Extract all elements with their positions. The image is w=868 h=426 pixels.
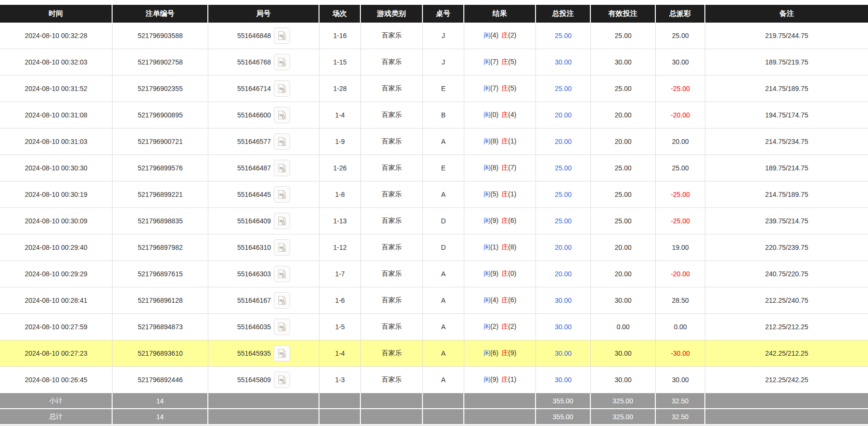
video-replay-button[interactable] <box>274 345 290 361</box>
total-bet-amount[interactable]: 30.00 <box>555 349 572 357</box>
total-bet-cell[interactable]: 30.00 <box>536 340 591 367</box>
total-bet-amount[interactable]: 30.00 <box>555 376 572 384</box>
footer-empty-cell <box>208 409 319 425</box>
total-bet-amount[interactable]: 25.00 <box>555 191 572 198</box>
video-replay-button[interactable] <box>274 319 290 335</box>
footer-payout-cell: 32.50 <box>656 409 705 425</box>
video-camera-icon <box>277 216 287 226</box>
bet-number-cell: 521796893610 <box>113 340 208 367</box>
banker-result-label: 庄 <box>501 137 508 145</box>
video-replay-button[interactable] <box>274 27 290 44</box>
remark-cell: 242.25/212.25 <box>705 340 868 367</box>
time-cell: 2024-08-10 00:29:29 <box>0 261 113 287</box>
video-replay-button[interactable] <box>274 372 290 388</box>
player-result-value: (1) <box>490 243 498 251</box>
banker-result-label: 庄 <box>501 296 508 304</box>
bet-number-cell: 521796902355 <box>113 76 208 102</box>
column-header-3: 局号 <box>208 5 319 23</box>
total-bet-amount[interactable]: 30.00 <box>555 323 572 331</box>
total-bet-cell[interactable]: 20.00 <box>536 129 591 155</box>
bet-number-cell: 521796897615 <box>113 261 208 287</box>
time-cell: 2024-08-10 00:28:41 <box>0 287 113 314</box>
footer-total-bet-cell: 355.00 <box>536 409 591 425</box>
video-camera-icon <box>277 57 287 67</box>
total-bet-amount[interactable]: 25.00 <box>555 164 572 172</box>
valid-bet-cell: 20.00 <box>591 234 656 261</box>
round-number: 551646487 <box>237 164 271 172</box>
total-bet-cell[interactable]: 30.00 <box>536 49 591 76</box>
video-replay-button[interactable] <box>274 107 290 123</box>
total-bet-cell[interactable]: 25.00 <box>536 23 591 49</box>
total-bet-amount[interactable]: 20.00 <box>555 270 572 278</box>
video-replay-button[interactable] <box>274 186 290 203</box>
total-bet-amount[interactable]: 25.00 <box>555 217 572 225</box>
table-row: 2024-08-10 00:26:45 521796892446 5516458… <box>0 367 868 393</box>
video-replay-button[interactable] <box>274 160 290 176</box>
round-number: 551646409 <box>237 217 271 225</box>
video-replay-button[interactable] <box>274 239 290 256</box>
video-replay-button[interactable] <box>274 266 290 282</box>
column-header-6: 桌号 <box>423 5 464 23</box>
column-header-2: 注单编号 <box>113 5 208 23</box>
total-bet-amount[interactable]: 20.00 <box>555 111 572 119</box>
video-replay-button[interactable] <box>274 80 290 97</box>
payout-cell: 25.00 <box>656 155 705 181</box>
bet-number-cell: 521796894873 <box>113 314 208 340</box>
banker-result-value: (8) <box>508 243 516 251</box>
game-type-cell: 百家乐 <box>361 208 423 234</box>
round-number: 551646768 <box>237 58 271 66</box>
total-bet-amount[interactable]: 30.00 <box>555 58 572 66</box>
round-number: 551645809 <box>237 376 271 384</box>
table-code-cell: J <box>423 23 464 49</box>
bet-number-cell: 521796900895 <box>113 102 208 129</box>
column-header-7: 结果 <box>464 5 536 23</box>
remark-cell: 214.75/189.75 <box>705 181 868 208</box>
table-code-cell: A <box>423 261 464 287</box>
total-bet-cell[interactable]: 30.00 <box>536 287 591 314</box>
total-bet-amount[interactable]: 20.00 <box>555 138 572 145</box>
player-result-value: (0) <box>490 111 498 118</box>
result-cell: 闲(2)庄(2) <box>464 314 536 340</box>
banker-result-value: (5) <box>508 58 516 65</box>
table-row: 2024-08-10 00:32:03 521796902758 5516467… <box>0 49 868 76</box>
player-result-label: 闲 <box>484 270 490 277</box>
column-header-9: 有效投注 <box>591 5 656 23</box>
table-row: 2024-08-10 00:30:09 521796898835 5516464… <box>0 208 868 234</box>
remark-cell: 219.75/244.75 <box>705 23 868 49</box>
player-result-value: (9) <box>490 375 498 383</box>
bet-number-cell: 521796899221 <box>113 181 208 208</box>
footer-empty-cell <box>705 409 868 425</box>
total-bet-cell[interactable]: 25.00 <box>536 76 591 102</box>
round-number-cell: 551646768 <box>208 49 319 76</box>
video-replay-button[interactable] <box>274 213 290 229</box>
time-cell: 2024-08-10 00:27:59 <box>0 314 113 340</box>
total-bet-cell[interactable]: 30.00 <box>536 367 591 393</box>
round-number-cell: 551646303 <box>208 261 319 287</box>
payout-cell: 25.00 <box>656 23 705 49</box>
total-bet-amount[interactable]: 25.00 <box>555 32 572 39</box>
total-bet-amount[interactable]: 20.00 <box>555 244 572 251</box>
total-bet-cell[interactable]: 20.00 <box>536 261 591 287</box>
table-header-row: 时间注单编号局号场次游戏类别桌号结果总投注有效投注总派彩备注 <box>0 5 868 23</box>
video-replay-button[interactable] <box>274 54 290 70</box>
remark-cell: 212.25/212.25 <box>705 314 868 340</box>
total-bet-cell[interactable]: 20.00 <box>536 102 591 129</box>
total-bet-amount[interactable]: 30.00 <box>555 297 572 304</box>
total-bet-cell[interactable]: 25.00 <box>536 208 591 234</box>
player-result-label: 闲 <box>484 31 490 39</box>
player-result-value: (9) <box>490 270 498 277</box>
footer-payout-cell: 32.50 <box>656 393 705 409</box>
remark-cell: 212.25/240.75 <box>705 287 868 314</box>
banker-result-label: 庄 <box>501 31 508 39</box>
total-bet-cell[interactable]: 30.00 <box>536 314 591 340</box>
video-replay-button[interactable] <box>274 133 290 150</box>
total-bet-cell[interactable]: 20.00 <box>536 234 591 261</box>
payout-cell: 28.50 <box>656 287 705 314</box>
table-row: 2024-08-10 00:31:03 521796900721 5516465… <box>0 129 868 155</box>
total-bet-cell[interactable]: 25.00 <box>536 155 591 181</box>
round-number: 551646035 <box>237 323 271 331</box>
total-bet-amount[interactable]: 25.00 <box>555 85 572 92</box>
valid-bet-cell: 25.00 <box>591 155 656 181</box>
video-replay-button[interactable] <box>274 292 290 309</box>
total-bet-cell[interactable]: 25.00 <box>536 181 591 208</box>
